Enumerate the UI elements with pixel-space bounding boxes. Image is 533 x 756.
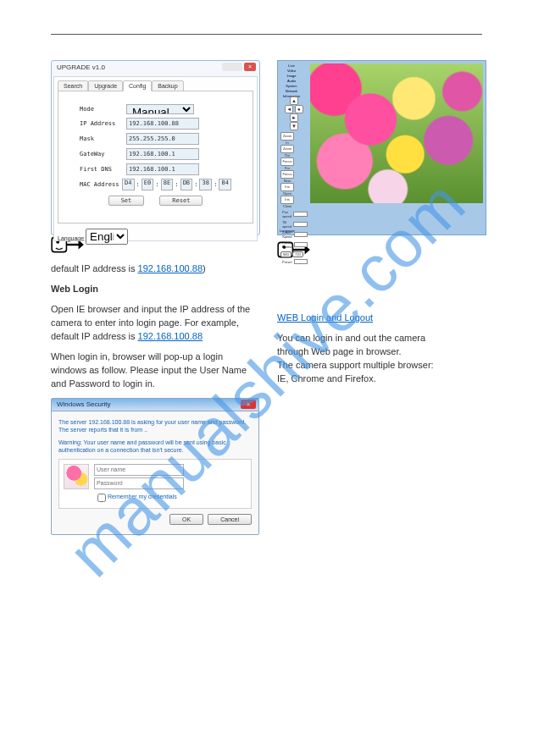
security-title-bar: Windows Security × <box>52 399 258 411</box>
ptz-left-icon[interactable]: ◄ <box>285 105 293 113</box>
ptz-right-icon[interactable]: ► <box>290 113 298 122</box>
mac-seg-1[interactable]: E0 <box>142 179 154 190</box>
body-text-open-browser: Open IE browser and input the IP address… <box>51 303 260 344</box>
upgrade-window: UPGRADE v1.0 × Search Upgrade Config Bac… <box>51 60 260 235</box>
focus-near-button[interactable]: Focus Near <box>280 170 294 179</box>
ptz-home-icon[interactable]: ● <box>295 105 303 113</box>
window-title: UPGRADE v1.0 <box>57 63 105 71</box>
cancel-button[interactable]: Cancel <box>208 514 252 525</box>
window-title-bar: UPGRADE v1.0 × <box>52 61 259 74</box>
mode-label: Mode <box>80 106 126 113</box>
res-720-button[interactable]: 720 <box>292 251 303 257</box>
focus-far-button[interactable]: Focus Far <box>280 157 294 166</box>
login-section-heading: Web Login <box>51 283 260 296</box>
ip-label: IP Address <box>80 120 126 127</box>
pan-speed-label: Pan speed <box>282 210 291 218</box>
nav-video[interactable]: Video <box>280 69 303 73</box>
tab-config[interactable]: Config <box>123 80 152 91</box>
credentials-box: Remember my credentials <box>58 459 252 509</box>
language-label: Language <box>58 235 84 241</box>
ptz-controls: ▲ ◄ ● ► ▼ Zoom In Zoom Out F <box>280 97 308 264</box>
camera-lang-label: Language <box>280 229 295 233</box>
pan-speed-slider[interactable] <box>293 212 308 217</box>
camera-nav: Live Video Image Audio System Network In… <box>280 63 303 99</box>
security-message-2: Warning: Your user name and password wil… <box>58 439 252 454</box>
mask-input[interactable]: 255.255.255.0 <box>126 133 199 145</box>
mask-label: Mask <box>80 135 126 142</box>
avatar <box>64 464 89 489</box>
ip-link-2[interactable]: 192.168.100.88 <box>138 331 203 341</box>
iris-close-button[interactable]: Iris Close <box>280 196 294 204</box>
body-text-default-ip: default IP address is 192.168.100.88) <box>51 262 260 276</box>
preset-label: Preset <box>282 260 292 264</box>
dns-label: First DNS <box>80 166 126 173</box>
ip-link[interactable]: 192.168.100.88 <box>138 263 203 273</box>
camera-web-preview: Live Video Image Audio System Network In… <box>277 60 486 235</box>
minmax-buttons[interactable] <box>222 63 242 71</box>
web-login-link[interactable]: WEB Login and Logout <box>277 312 373 323</box>
mode-select[interactable]: Manual <box>126 104 194 114</box>
security-message-1: The server 192.168.100.88 is asking for … <box>58 418 252 433</box>
body-text-popup: When login in, browser will pop-up a log… <box>51 350 260 391</box>
ip-input[interactable]: 192.168.100.88 <box>126 118 199 130</box>
reset-button[interactable]: Reset <box>159 196 203 206</box>
zoom-speed-slider[interactable] <box>294 232 308 237</box>
ok-button[interactable]: OK <box>169 514 203 525</box>
gateway-input[interactable]: 192.168.100.1 <box>126 148 199 160</box>
tab-upgrade[interactable]: Upgrade <box>88 80 123 91</box>
windows-security-dialog: Windows Security × The server 192.168.10… <box>51 398 259 535</box>
iris-open-button[interactable]: Iris Open <box>280 183 294 191</box>
mac-seg-3[interactable]: DB <box>180 179 193 190</box>
tilt-speed-label: Tilt speed <box>282 220 291 229</box>
focus-speed-label: Focus Speed <box>282 240 292 249</box>
nav-system[interactable]: System <box>280 84 303 88</box>
top-rule <box>51 34 482 35</box>
zoom-in-button[interactable]: Zoom In <box>280 132 294 141</box>
nav-network[interactable]: Network <box>280 89 303 93</box>
nav-image[interactable]: Image <box>280 74 303 78</box>
password-input[interactable] <box>94 477 184 489</box>
zoom-out-button[interactable]: Zoom Out <box>280 145 294 153</box>
mac-label: MAC Address <box>80 181 122 188</box>
nav-live[interactable]: Live <box>280 63 303 68</box>
ptz-down-icon[interactable]: ▼ <box>290 122 298 130</box>
nav-audio[interactable]: Audio <box>280 79 303 83</box>
tilt-speed-slider[interactable] <box>293 222 308 227</box>
body-text-browsers: You can login in and out the camera thro… <box>277 332 486 386</box>
set-button[interactable]: Set <box>108 196 145 206</box>
dns-input[interactable]: 192.168.100.1 <box>126 163 199 175</box>
camera-live-image <box>310 63 483 203</box>
remember-checkbox[interactable] <box>97 494 106 502</box>
mac-seg-4[interactable]: 38 <box>199 179 212 190</box>
config-panel: Mode Manual IP Address 192.168.100.88 Ma… <box>58 91 253 223</box>
mac-seg-5[interactable]: 04 <box>219 179 231 190</box>
preset-input[interactable] <box>294 259 308 264</box>
username-input[interactable] <box>94 464 184 476</box>
gateway-label: GateWay <box>80 151 126 157</box>
remember-checkbox-row[interactable]: Remember my credentials <box>94 491 184 504</box>
security-close-icon[interactable]: × <box>241 400 256 409</box>
res-960-button[interactable]: 960 <box>280 251 291 257</box>
focus-speed-slider[interactable] <box>294 242 308 247</box>
close-icon[interactable]: × <box>244 63 256 71</box>
mac-seg-0[interactable]: D4 <box>122 179 135 190</box>
language-select[interactable]: English <box>86 229 128 245</box>
tab-search[interactable]: Search <box>58 80 88 91</box>
tab-backup[interactable]: Backup <box>152 80 183 91</box>
ptz-up-icon[interactable]: ▲ <box>290 97 298 105</box>
mac-seg-2[interactable]: 8E <box>161 179 174 190</box>
